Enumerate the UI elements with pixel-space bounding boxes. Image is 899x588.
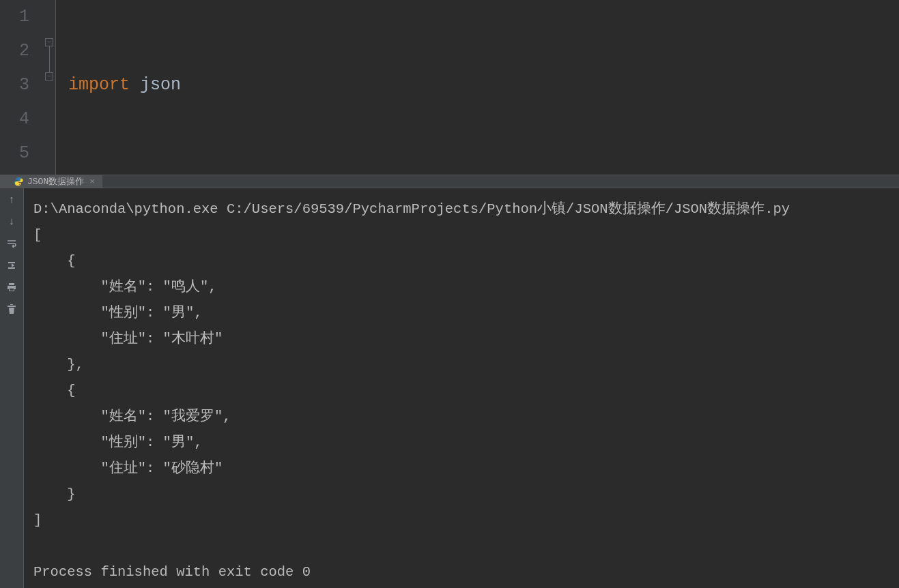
line-number: 4	[0, 102, 29, 136]
scroll-down-icon[interactable]: ↓	[4, 214, 19, 229]
trash-icon[interactable]	[4, 302, 19, 317]
line-number: 1	[0, 0, 29, 34]
run-tab-bar: JSON数据操作 ×	[0, 175, 899, 188]
console-pane: ↑ ↓ D:\Anaconda\python.exe C:/Users/6953…	[0, 188, 899, 588]
console-output[interactable]: D:\Anaconda\python.exe C:/Users/69539/Py…	[24, 188, 899, 588]
gutter: 1 2 3 4 5 − −	[0, 0, 56, 175]
console-toolbar: ↑ ↓	[0, 188, 24, 588]
console-exit-status: Process finished with exit code 0	[33, 564, 311, 580]
scroll-to-end-icon[interactable]	[4, 258, 19, 273]
fold-indicator[interactable]: − −	[44, 38, 54, 80]
close-icon[interactable]: ×	[89, 177, 95, 187]
console-command: D:\Anaconda\python.exe C:/Users/69539/Py…	[33, 201, 790, 217]
code-line[interactable]: import json	[68, 68, 713, 102]
console-stdout: [ { "姓名": "鸣人", "性别": "男", "住址": "木叶村" }…	[33, 227, 231, 528]
code-area[interactable]: import json dict_data = [{'姓名': '鸣人', '性…	[56, 0, 713, 175]
line-number: 5	[0, 136, 29, 171]
soft-wrap-icon[interactable]	[4, 236, 19, 251]
python-icon	[14, 177, 23, 186]
run-tab[interactable]: JSON数据操作 ×	[0, 175, 102, 188]
line-number: 2	[0, 34, 29, 68]
scroll-up-icon[interactable]: ↑	[4, 192, 19, 207]
editor-pane: 1 2 3 4 5 − − import json dict_data = [{…	[0, 0, 899, 175]
fold-collapse-icon[interactable]: −	[45, 38, 53, 46]
line-number: 3	[0, 68, 29, 102]
print-icon[interactable]	[4, 280, 19, 295]
run-tab-label: JSON数据操作	[27, 175, 84, 188]
fold-expand-icon[interactable]: −	[45, 72, 53, 80]
